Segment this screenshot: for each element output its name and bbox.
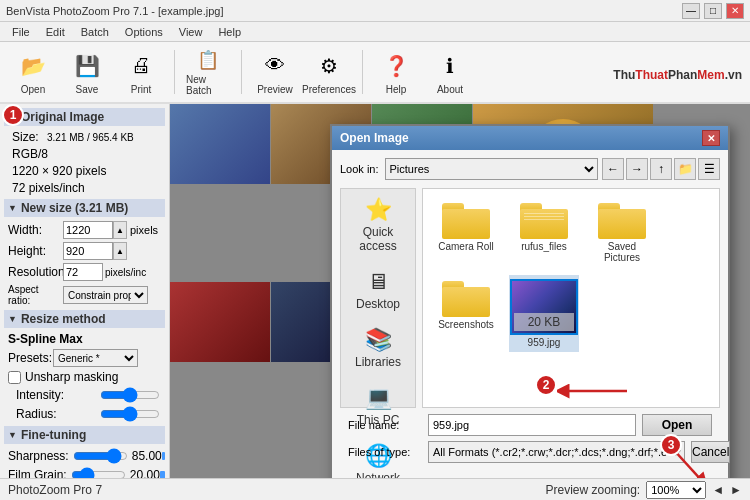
- resolution-input[interactable]: [63, 263, 103, 281]
- new-size-arrow: ▼: [8, 203, 17, 213]
- cancel-button-dialog[interactable]: Cancel: [691, 441, 730, 463]
- sidebar-quick-access[interactable]: ⭐ Quick access: [341, 189, 415, 261]
- folder-camera-roll[interactable]: Camera Roll: [431, 197, 501, 267]
- file-959jpg[interactable]: 20 KB 959.jpg: [509, 275, 579, 352]
- this-pc-icon: 💻: [365, 385, 392, 411]
- resize-arrow: ▼: [8, 314, 17, 324]
- network-label: Network: [356, 471, 400, 478]
- maximize-button[interactable]: □: [704, 3, 722, 19]
- new-batch-button[interactable]: 📋 New Batch: [183, 45, 233, 99]
- intensity-slider[interactable]: [100, 387, 160, 403]
- forward-button[interactable]: →: [626, 158, 648, 180]
- lookin-label: Look in:: [340, 163, 379, 175]
- open-button-dialog[interactable]: Open: [642, 414, 712, 436]
- window-controls[interactable]: — □ ✕: [682, 3, 744, 19]
- folder-camera-roll-icon: [442, 201, 490, 239]
- radius-slider[interactable]: [100, 406, 160, 422]
- resolution-label: Resolution:: [8, 265, 63, 279]
- width-up[interactable]: ▲: [113, 221, 127, 239]
- filename-input[interactable]: [428, 414, 636, 436]
- height-up[interactable]: ▲: [113, 242, 127, 260]
- open-button[interactable]: 📂 Open: [8, 45, 58, 99]
- brand-mem: Mem: [697, 68, 724, 82]
- save-button[interactable]: 💾 Save: [62, 45, 112, 99]
- main-area: 1 ▼ Original Image Size: 3.21 MB / 965.4…: [0, 104, 750, 478]
- preview-label: Preview: [257, 84, 293, 95]
- dialog-close-button[interactable]: ✕: [702, 130, 720, 146]
- folder-screenshots-body: [442, 287, 490, 317]
- film-slider[interactable]: [71, 467, 126, 478]
- menu-edit[interactable]: Edit: [38, 24, 73, 40]
- up-button[interactable]: ↑: [650, 158, 672, 180]
- toolbar: 📂 Open 💾 Save 🖨 Print 📋 New Batch 👁 Prev…: [0, 42, 750, 104]
- folder-screenshots[interactable]: Screenshots: [431, 275, 501, 352]
- menu-file[interactable]: File: [4, 24, 38, 40]
- brand-vn: .vn: [725, 68, 742, 82]
- preferences-button[interactable]: ⚙ Preferences: [304, 45, 354, 99]
- new-folder-button[interactable]: 📁: [674, 158, 696, 180]
- preview-zoom-label: Preview zooming:: [546, 483, 641, 497]
- method-value: S-Spline Max: [8, 332, 83, 346]
- window-title: BenVista PhotoZoom Pro 7.1 - [example.jp…: [6, 5, 223, 17]
- close-button[interactable]: ✕: [726, 3, 744, 19]
- minimize-button[interactable]: —: [682, 3, 700, 19]
- height-input[interactable]: [63, 242, 113, 260]
- resize-section[interactable]: ▼ Resize method: [4, 310, 165, 328]
- preview-button[interactable]: 👁 Preview: [250, 45, 300, 99]
- sidebar-desktop[interactable]: 🖥 Desktop: [341, 261, 415, 319]
- film-row: Film Grain: 20.00: [8, 467, 165, 478]
- view-button[interactable]: ☰: [698, 158, 720, 180]
- libraries-icon: 📚: [365, 327, 392, 353]
- presets-label: Presets:: [8, 351, 53, 365]
- folder-rufus[interactable]: rufus_files: [509, 197, 579, 267]
- sidebar-libraries[interactable]: 📚 Libraries: [341, 319, 415, 377]
- method-row: S-Spline Max: [8, 332, 165, 346]
- original-image-section[interactable]: ▼ Original Image: [4, 108, 165, 126]
- titlebar: BenVista PhotoZoom Pro 7.1 - [example.jp…: [0, 0, 750, 22]
- aspect-select[interactable]: Constrain proportions: [63, 286, 148, 304]
- dpi-row: 72 pixels/inch: [12, 181, 165, 195]
- folder-screenshots-icon: [442, 279, 490, 317]
- presets-select[interactable]: Generic *: [53, 349, 138, 367]
- radius-label: Radius:: [16, 407, 96, 421]
- brand-area: ThuThuatPhanMem.vn: [613, 59, 742, 85]
- folder-saved-body: [598, 209, 646, 239]
- scroll-right-btn[interactable]: ►: [730, 483, 742, 497]
- brand-thu: Thu: [613, 68, 635, 82]
- new-batch-label: New Batch: [186, 74, 230, 96]
- zoom-select[interactable]: 100% 50% 200%: [646, 481, 706, 499]
- filetype-select[interactable]: All Formats (*.cr2;*.crw;*.dcr;*.dcs;*.d…: [428, 441, 685, 463]
- toolbar-separator-1: [174, 50, 175, 94]
- sharpness-slider[interactable]: [73, 448, 128, 464]
- folder-body: [442, 209, 490, 239]
- new-size-section[interactable]: ▼ New size (3.21 MB): [4, 199, 165, 217]
- brand-thuat: Thuat: [635, 68, 668, 82]
- menu-options[interactable]: Options: [117, 24, 171, 40]
- about-label: About: [437, 84, 463, 95]
- help-button[interactable]: ❓ Help: [371, 45, 421, 99]
- dialog-body: Look in: Pictures ← → ↑ 📁 ☰: [332, 150, 728, 478]
- scroll-left-btn[interactable]: ◄: [712, 483, 724, 497]
- lookin-select[interactable]: Pictures: [385, 158, 598, 180]
- print-button[interactable]: 🖨 Print: [116, 45, 166, 99]
- folder-saved-pictures[interactable]: Saved Pictures: [587, 197, 657, 267]
- height-label: Height:: [8, 244, 63, 258]
- width-input[interactable]: [63, 221, 113, 239]
- folder-rufus-icon: [520, 201, 568, 239]
- save-icon: 💾: [71, 50, 103, 82]
- menu-view[interactable]: View: [171, 24, 211, 40]
- open-label: Open: [21, 84, 45, 95]
- image-size-label: 20 KB: [528, 315, 561, 329]
- about-button[interactable]: ℹ About: [425, 45, 475, 99]
- sharpness-value: 85.00: [132, 449, 162, 463]
- back-button[interactable]: ←: [602, 158, 624, 180]
- unsharp-checkbox[interactable]: [8, 371, 21, 384]
- aspect-label: Aspect ratio:: [8, 284, 63, 306]
- menu-help[interactable]: Help: [210, 24, 249, 40]
- dialog-content-area: ⭐ Quick access 🖥 Desktop 📚 Libraries: [340, 188, 720, 408]
- filename-label: File name:: [348, 419, 428, 431]
- intensity-label: Intensity:: [16, 388, 96, 402]
- print-icon: 🖨: [125, 50, 157, 82]
- fine-section[interactable]: ▼ Fine-tuning: [4, 426, 165, 444]
- menu-batch[interactable]: Batch: [73, 24, 117, 40]
